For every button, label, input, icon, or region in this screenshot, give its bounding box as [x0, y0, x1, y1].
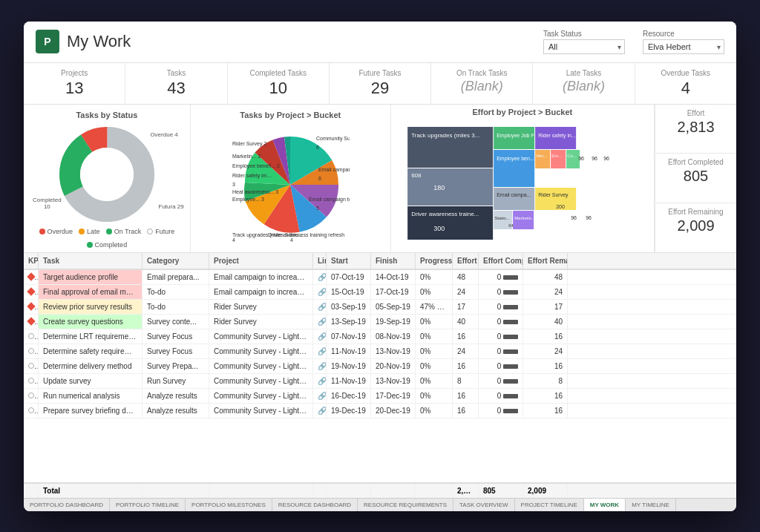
td-link[interactable]: 🔗	[313, 359, 327, 373]
tab-project-timeline[interactable]: PROJECT TIMELINE	[515, 499, 584, 511]
td-project: Rider Survey	[209, 300, 313, 314]
table-row[interactable]: Create survey questions Survey conte... …	[24, 315, 736, 329]
kpi-tasks: Tasks 43	[125, 63, 227, 104]
val-64: 64	[508, 223, 514, 228]
effort-bar	[503, 335, 518, 339]
legend-future: Future	[147, 228, 174, 235]
stat-effort-label: Effort	[663, 109, 729, 117]
td-kpi	[24, 344, 39, 358]
td-progress: 0%	[416, 344, 453, 358]
td-progress: 0%	[416, 285, 453, 299]
tab-my-work[interactable]: MY WORK	[584, 499, 626, 511]
table-row[interactable]: Prepare survey briefing deck Analyze res…	[24, 404, 736, 418]
block-employee-jobfair	[494, 127, 534, 149]
td-link[interactable]: 🔗	[313, 315, 327, 329]
table-body[interactable]: Target audience profile Email prepara...…	[24, 270, 736, 482]
label-marketing: Marketin... 2	[232, 154, 261, 159]
col-link: Link	[313, 253, 327, 269]
td-effort-completed: 0	[479, 404, 523, 418]
col-progress: Progress	[416, 253, 453, 269]
td-kpi	[24, 374, 39, 388]
tab-resource-dashboard[interactable]: RESOURCE DASHBOARD	[272, 499, 358, 511]
td-kpi	[24, 315, 39, 329]
tab-resource-requirements[interactable]: RESOURCE REQUIREMENTS	[358, 499, 453, 511]
td-progress: 0%	[416, 389, 453, 403]
td-project: Rider Survey	[209, 315, 313, 329]
stat-effort-completed: Effort Completed 805	[655, 154, 736, 203]
td-link[interactable]: 🔗	[313, 374, 327, 388]
block-employee-jobfair-label: Employee Job Fair	[497, 133, 540, 139]
td-link[interactable]: 🔗	[313, 329, 327, 344]
td-effort-completed: 0	[479, 359, 523, 373]
td-effort-remaining: 8	[523, 374, 568, 388]
effort-bar	[503, 409, 518, 413]
tab-portfolio-timeline[interactable]: PORTFOLIO TIMELINE	[110, 499, 186, 511]
td-link[interactable]: 🔗	[313, 404, 327, 418]
stat-effort-remaining-value: 2,009	[663, 217, 729, 234]
table-row[interactable]: Run numerical analysis Analyze results C…	[24, 389, 736, 404]
effort-bar	[503, 290, 518, 295]
page-title: My Work	[67, 32, 131, 51]
td-start: 16-Dec-19	[327, 389, 371, 403]
td-effort: 48	[453, 270, 479, 284]
table-row[interactable]: Determine LRT requirements Survey Focus …	[24, 329, 736, 344]
td-link[interactable]: 🔗	[313, 300, 327, 314]
table-row[interactable]: Determine safety requirements Survey Foc…	[24, 344, 736, 359]
legend-late: Late	[79, 228, 100, 235]
tasks-by-project-chart: Community Survey - Light Rail P2 6 Email…	[197, 122, 384, 246]
kpi-overdue-tasks: Overdue Tasks 4	[635, 63, 736, 104]
td-category: Run Survey	[142, 374, 209, 388]
td-effort: 24	[453, 285, 479, 299]
td-task: Prepare survey briefing deck	[39, 404, 142, 418]
kpi-ontrack-tasks: On Track Tasks (Blank)	[431, 63, 533, 104]
tab-portfolio-milestones[interactable]: PORTFOLIO MILESTONES	[186, 499, 272, 511]
td-start: 13-Sep-19	[327, 315, 371, 329]
table-row[interactable]: Final approval of email message To-do Em…	[24, 285, 736, 300]
total-effort-remaining: 2,009	[523, 484, 568, 498]
label-email-t: Email campaign t...	[318, 167, 350, 173]
task-status-select[interactable]: All	[543, 39, 625, 54]
col-kpi: KPI	[24, 253, 39, 269]
resource-filter: Resource Elva Hebert	[643, 30, 724, 54]
block-ven	[535, 150, 550, 168]
kpi-circle-icon	[28, 393, 34, 398]
table-row[interactable]: Target audience profile Email prepara...…	[24, 270, 736, 285]
tab-portfolio-dashboard[interactable]: PORTFOLIO DASHBOARD	[24, 499, 110, 511]
tasks-by-project-bucket-panel: Tasks by Project > Bucket	[191, 105, 391, 252]
td-link[interactable]: 🔗	[313, 344, 327, 358]
td-link[interactable]: 🔗	[313, 285, 327, 299]
kpi-future-tasks: Future Tasks 29	[330, 63, 431, 104]
completed-label: Completed10	[33, 197, 62, 210]
header-left: P My Work	[36, 30, 131, 53]
task-status-label: Task Status	[543, 30, 625, 38]
table-row[interactable]: Update survey Run Survey Community Surve…	[24, 374, 736, 389]
td-project: Community Survey - Light Rail P2	[209, 374, 313, 388]
val-200: 200	[556, 204, 565, 209]
label-email-i: Email campaign to i...	[309, 197, 350, 203]
td-finish: 13-Nov-19	[371, 374, 416, 388]
td-link[interactable]: 🔗	[313, 270, 327, 284]
tab-my-timeline[interactable]: MY TIMELINE	[626, 499, 676, 511]
task-status-select-wrapper[interactable]: All	[543, 39, 625, 54]
td-category: To-do	[142, 285, 209, 299]
td-effort-remaining: 16	[523, 329, 568, 344]
table-row[interactable]: Review prior survey results To-do Rider …	[24, 300, 736, 315]
effort-bar	[503, 394, 518, 398]
treemap-svg: Track upgrades (miles 3... Employee Job …	[394, 127, 651, 242]
val-co: 96	[603, 156, 609, 161]
td-effort-completed: 0	[479, 270, 523, 284]
tab-task-overview[interactable]: TASK OVERVIEW	[453, 499, 515, 511]
block-track-label: Track upgrades (miles 3...	[411, 132, 479, 139]
val-em: 96	[592, 156, 597, 161]
td-start: 07-Nov-19	[327, 329, 371, 344]
effort-bar	[503, 379, 518, 384]
resource-select-wrapper[interactable]: Elva Hebert	[643, 39, 724, 54]
kpi-circle-icon	[28, 407, 34, 413]
td-finish: 17-Oct-19	[371, 285, 416, 299]
resource-select[interactable]: Elva Hebert	[643, 39, 724, 54]
col-effort-remaining: Effort Remaining	[523, 253, 568, 269]
td-category: Email prepara...	[142, 270, 209, 284]
table-row[interactable]: Determine delivery method Survey Prepa..…	[24, 359, 736, 374]
td-kpi	[24, 389, 39, 403]
td-link[interactable]: 🔗	[313, 389, 327, 403]
